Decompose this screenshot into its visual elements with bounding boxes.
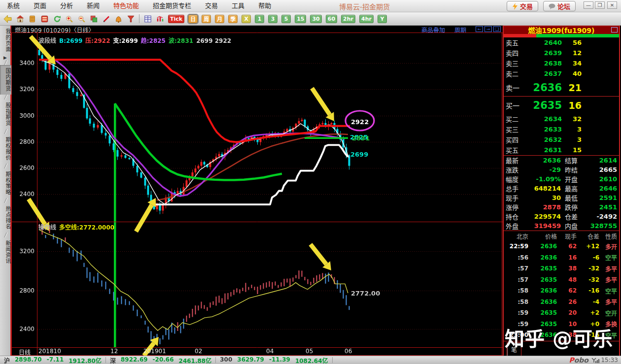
- notebook-icon[interactable]: [26, 13, 38, 25]
- menu-bar: 系统页面分析新闻特色功能招金期货专栏交易工具帮助: [0, 0, 278, 12]
- ticks-col-header: 现手: [557, 232, 577, 240]
- sidebar-tab-股指期货[interactable]: 股指期货: [0, 99, 11, 129]
- stat-row-幅度: 幅度-1.09%开盘2610: [504, 174, 619, 184]
- period-button-X[interactable]: X: [242, 15, 251, 23]
- ask-ladder: 卖五264056卖四263912卖三263834卖二263740卖一263621: [504, 37, 619, 97]
- menu-交易[interactable]: 交易: [198, 0, 225, 12]
- draw-pencil-icon[interactable]: [100, 13, 112, 25]
- period-button-周[interactable]: 周: [202, 15, 211, 23]
- restore-window-icon[interactable]: [611, 27, 618, 33]
- ladder-row-买五[interactable]: 买五263115: [504, 145, 619, 155]
- watermark: 知乎 @可乐: [505, 323, 613, 352]
- bid-ladder: 买一263516买二263432买三26333买四26323买五263115: [504, 97, 619, 155]
- tick-row: :58263626-4多平: [504, 297, 619, 308]
- clock: 15:33: [601, 357, 618, 364]
- title-bar: 系统页面分析新闻特色功能招金期货专栏交易工具帮助 博易云-招金期货 交易 论坛 …: [0, 0, 621, 12]
- prev-page-icon[interactable]: ←: [476, 26, 483, 32]
- menu-帮助[interactable]: 帮助: [251, 0, 278, 12]
- minimize-button[interactable]: —: [584, 1, 593, 9]
- sidebar-item-my-page[interactable]: 我的页面: [0, 26, 11, 55]
- lightning-icon: [512, 3, 518, 10]
- sidebar-tab-期权策略[interactable]: 期权策略: [0, 168, 11, 198]
- menu-系统[interactable]: 系统: [0, 0, 27, 12]
- quote-header: 燃油1909(fu1909): [504, 26, 619, 34]
- ladder-row-卖五[interactable]: 卖五264056: [504, 37, 619, 48]
- ticks-col-header: 仓差: [577, 232, 599, 240]
- ladder-row-卖三[interactable]: 卖三263834: [504, 58, 619, 68]
- ladder-row-买一[interactable]: 买一263516: [504, 97, 619, 114]
- period-button-30[interactable]: 30: [310, 15, 321, 23]
- period-button-5[interactable]: 5: [281, 15, 291, 23]
- refresh-icon[interactable]: [51, 13, 63, 25]
- stat-row-现手: 现手30最低2591: [504, 193, 619, 202]
- period-button-60[interactable]: 60: [326, 15, 337, 23]
- ladder-row-卖一[interactable]: 卖一263621: [504, 79, 619, 96]
- stat-row-外盘: 外盘319459内盘328755: [504, 221, 619, 231]
- alert-bell-icon[interactable]: [112, 13, 125, 25]
- pobo-logo: Pobo: [569, 356, 588, 364]
- price-chart-canvas[interactable]: [11, 33, 503, 356]
- sidebar-tab-新闻资讯[interactable]: 新闻资讯: [0, 237, 11, 267]
- toolbar: Tick日周月季X1351530602hr4hrY: [0, 12, 621, 26]
- ladder-row-买三[interactable]: 买三26333: [504, 124, 619, 134]
- sidebar-tab-期权报价[interactable]: 期权报价: [0, 134, 11, 164]
- ladder-row-买二[interactable]: 买二263432: [504, 114, 619, 124]
- menu-特色功能[interactable]: 特色功能: [106, 0, 146, 12]
- period-button-Tick[interactable]: Tick: [168, 15, 184, 23]
- tick-row: :59263520+2空开: [504, 307, 619, 319]
- window-title: 博易云-招金期货: [339, 1, 390, 11]
- status-bar: 沪2898.70-7.111912.80亿深8922.69-20.662461.…: [0, 356, 621, 364]
- quote-panel: 燃油1909(fu1909) 卖五264056卖四263912卖三263834卖…: [503, 26, 620, 356]
- time-sales-header: 北京价格现手仓差性质: [504, 231, 619, 241]
- period-button-Y[interactable]: Y: [378, 15, 387, 23]
- ladder-row-买四[interactable]: 买四26323: [504, 134, 619, 145]
- ladder-row-卖二[interactable]: 卖二263740: [504, 68, 619, 79]
- stat-row-最新: 最新2636结算2614: [504, 156, 619, 165]
- menu-招金期货专栏[interactable]: 招金期货专栏: [146, 0, 198, 12]
- home-icon[interactable]: [14, 13, 26, 25]
- filter-funnel-icon[interactable]: [125, 13, 137, 25]
- layers-icon[interactable]: [88, 13, 100, 25]
- period-button-3[interactable]: 3: [268, 15, 277, 23]
- tick-row: :58263662-16空平: [504, 285, 619, 297]
- left-sidebar: 我的页面▶国内期货股指期货期权报价期权策略热点排名新闻资讯: [0, 26, 11, 356]
- split-window-icon[interactable]: ❏: [493, 26, 501, 32]
- f10-calendar-icon[interactable]: [38, 13, 51, 25]
- trade-button[interactable]: 交易: [507, 1, 538, 11]
- period-button-季[interactable]: 季: [228, 15, 238, 23]
- zoom-out-icon[interactable]: [75, 13, 88, 25]
- forum-button[interactable]: 论坛: [543, 1, 576, 11]
- index-segment-沪: 沪2898.70-7.111912.80亿: [0, 356, 105, 364]
- ticks-col-header: 性质: [599, 232, 617, 240]
- chart-title-strip: 燃油1909 (010209)〈日线〉 商品叠加 周期 ← → ❏: [11, 26, 503, 33]
- ladder-row-卖四[interactable]: 卖四263912: [504, 48, 619, 58]
- period-button-1[interactable]: 1: [255, 15, 264, 23]
- zoom-in-icon[interactable]: [63, 13, 75, 25]
- index-segment-300: 3003629.79-11.391082.64亿: [216, 356, 332, 364]
- index-segment-深: 深8922.69-20.662461.88亿: [106, 356, 215, 364]
- period-button-2hr[interactable]: 2hr: [341, 15, 355, 23]
- stat-row-涨停: 涨停2878跌停2451: [504, 202, 619, 212]
- sidebar-expand-icon[interactable]: ▶: [0, 55, 10, 60]
- stat-row-总手: 总手648214最高2646: [504, 184, 619, 193]
- maximize-button[interactable]: ❐: [595, 1, 605, 9]
- menu-新闻[interactable]: 新闻: [80, 0, 106, 12]
- menu-页面[interactable]: 页面: [27, 0, 53, 12]
- candle-chart-icon[interactable]: [154, 13, 166, 25]
- menu-分析[interactable]: 分析: [53, 0, 80, 12]
- sidebar-tab-国内期货[interactable]: 国内期货: [0, 65, 11, 95]
- tick-row: :56263616-6空平: [504, 252, 619, 264]
- quote-table-icon[interactable]: [141, 13, 154, 25]
- stat-row-持仓: 持仓229574仓差-2492: [504, 212, 619, 221]
- menu-工具[interactable]: 工具: [225, 0, 251, 12]
- period-button-月[interactable]: 月: [215, 15, 224, 23]
- period-button-4hr[interactable]: 4hr: [359, 15, 374, 23]
- stat-row-涨跌: 涨跌-29昨结2665: [504, 165, 619, 174]
- period-button-15[interactable]: 15: [295, 15, 306, 23]
- period-button-日[interactable]: 日: [188, 15, 198, 23]
- signal-strength-icon: [591, 358, 599, 363]
- close-button[interactable]: ✕: [607, 1, 617, 9]
- sidebar-tab-热点排名[interactable]: 热点排名: [0, 203, 11, 232]
- back-arrow-icon[interactable]: [1, 13, 14, 25]
- next-page-icon[interactable]: →: [484, 26, 492, 32]
